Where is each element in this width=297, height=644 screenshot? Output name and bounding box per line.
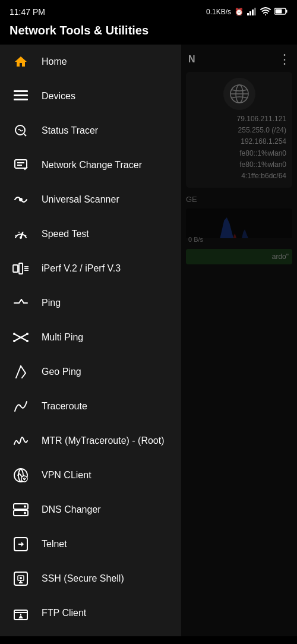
dns-changer-icon xyxy=(12,501,30,519)
status-tracer-label: Status Tracer xyxy=(42,125,98,136)
sidebar-item-speed-test[interactable]: Speed Test xyxy=(0,217,181,251)
ssh-icon xyxy=(12,570,30,588)
speed-label: 0 B/s xyxy=(188,236,203,243)
ssid-card: ardo" xyxy=(186,249,292,264)
telnet-icon xyxy=(12,535,30,553)
ssid-value: ardo" xyxy=(272,252,289,261)
dns-changer-label: DNS Changer xyxy=(42,504,101,515)
svg-point-35 xyxy=(26,333,29,335)
universal-scanner-label: Universal Scanner xyxy=(42,194,119,205)
svg-point-32 xyxy=(13,333,15,335)
svg-rect-3 xyxy=(254,8,256,15)
sidebar-item-dns-changer[interactable]: DNS Changer xyxy=(0,493,181,527)
sidebar-item-network-change-tracer[interactable]: Network Change Tracer xyxy=(0,148,181,182)
status-time: 11:47 PM xyxy=(10,7,45,17)
universal-scanner-icon xyxy=(12,191,30,209)
sidebar-item-ping[interactable]: Ping xyxy=(0,286,181,320)
svg-point-53 xyxy=(20,577,22,579)
sidebar-item-geo-ping[interactable]: Geo Ping xyxy=(0,355,181,389)
sidebar-item-universal-scanner[interactable]: Universal Scanner xyxy=(0,182,181,217)
svg-line-36 xyxy=(16,366,21,378)
ssh-label: SSH (Secure Shell) xyxy=(42,573,124,584)
telnet-label: Telnet xyxy=(42,539,67,550)
vpn-icon xyxy=(12,466,30,484)
status-tracer-icon xyxy=(12,122,30,140)
svg-rect-2 xyxy=(252,10,254,15)
iperf-label: iPerf V.2 / iPerf V.3 xyxy=(42,263,121,274)
app-title: Network Tools & Utilities xyxy=(10,24,148,37)
sidebar-item-home[interactable]: Home xyxy=(0,45,181,79)
main-layout: Home Devices Status Tracer xyxy=(0,45,297,636)
sidebar-item-vpn[interactable]: VPN CLient xyxy=(0,458,181,493)
home-label: Home xyxy=(42,56,67,67)
svg-rect-8 xyxy=(14,90,28,92)
alarm-icon: ⏰ xyxy=(235,8,244,16)
svg-rect-1 xyxy=(249,11,251,15)
speed-test-icon xyxy=(12,225,30,243)
svg-line-28 xyxy=(21,299,24,303)
signal-icon xyxy=(247,7,257,17)
geo-ping-icon xyxy=(12,363,30,381)
svg-point-44 xyxy=(24,506,26,508)
svg-line-37 xyxy=(21,366,26,373)
more-options-icon[interactable]: ⋮ xyxy=(278,52,292,67)
vpn-label: VPN CLient xyxy=(42,470,91,481)
sidebar-item-devices[interactable]: Devices xyxy=(0,79,181,113)
sidebar-item-status-tracer[interactable]: Status Tracer xyxy=(0,113,181,148)
svg-point-41 xyxy=(24,479,26,481)
iperf-icon xyxy=(12,260,30,277)
svg-marker-55 xyxy=(18,615,23,618)
home-icon xyxy=(12,53,30,71)
ip-card: 79.106.211.121 255.255.0 (/24) 192.168.1… xyxy=(186,72,292,188)
ip-address: 79.106.211.121 255.255.0 (/24) 192.168.1… xyxy=(192,113,286,182)
status-bar: 11:47 PM 0.1KB/s ⏰ xyxy=(0,0,297,21)
sidebar-item-mtr[interactable]: MTR (MyTraceroute) - (Root) xyxy=(0,424,181,458)
sidebar-item-multi-ping[interactable]: Multi Ping xyxy=(0,320,181,355)
navigation-drawer: Home Devices Status Tracer xyxy=(0,45,181,636)
svg-rect-12 xyxy=(15,160,27,168)
traceroute-icon xyxy=(12,397,30,415)
sidebar-item-traceroute[interactable]: Traceroute xyxy=(0,389,181,424)
svg-rect-7 xyxy=(276,9,282,13)
sidebar-item-ftp[interactable]: FTP Client xyxy=(0,596,181,630)
svg-marker-48 xyxy=(21,542,24,547)
multi-ping-label: Multi Ping xyxy=(42,332,83,343)
svg-point-15 xyxy=(20,198,22,201)
devices-label: Devices xyxy=(42,91,75,102)
mtr-icon xyxy=(12,432,30,450)
svg-rect-22 xyxy=(19,263,23,274)
svg-rect-9 xyxy=(14,94,28,96)
ping-icon xyxy=(12,294,30,312)
svg-rect-21 xyxy=(13,265,18,272)
speed-chart: 0 B/s xyxy=(186,209,292,244)
status-icons: 0.1KB/s ⏰ xyxy=(206,7,287,17)
svg-line-19 xyxy=(23,232,23,233)
ftp-icon xyxy=(12,604,30,622)
speed-test-label: Speed Test xyxy=(42,229,89,239)
svg-point-16 xyxy=(20,236,22,239)
globe-icon xyxy=(223,78,255,110)
svg-point-33 xyxy=(26,340,29,342)
network-change-tracer-label: Network Change Tracer xyxy=(42,160,142,171)
svg-line-38 xyxy=(22,373,26,378)
wifi-icon xyxy=(260,7,271,17)
network-status: GE xyxy=(186,192,292,206)
multi-ping-icon xyxy=(12,329,30,346)
svg-point-4 xyxy=(265,14,266,15)
sidebar-item-telnet[interactable]: Telnet xyxy=(0,527,181,561)
traceroute-label: Traceroute xyxy=(42,401,87,412)
battery-icon xyxy=(274,8,287,17)
svg-rect-10 xyxy=(14,99,28,100)
geo-ping-label: Geo Ping xyxy=(42,367,81,377)
mtr-label: MTR (MyTraceroute) - (Root) xyxy=(42,435,165,446)
svg-point-45 xyxy=(24,512,26,514)
sidebar-item-iperf[interactable]: iPerf V.2 / iPerf V.3 xyxy=(0,251,181,286)
svg-rect-6 xyxy=(286,10,287,12)
network-change-tracer-icon xyxy=(12,156,30,174)
devices-icon xyxy=(12,87,30,105)
on-label: N xyxy=(188,54,195,65)
sidebar-item-ssh[interactable]: SSH (Secure Shell) xyxy=(0,561,181,596)
ftp-label: FTP Client xyxy=(42,608,86,618)
svg-point-34 xyxy=(13,340,15,342)
speed-indicator: 0.1KB/s xyxy=(206,8,231,16)
